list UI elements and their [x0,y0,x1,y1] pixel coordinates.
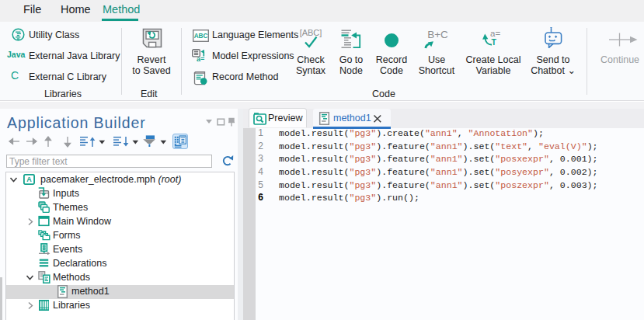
svg-text:ABC: ABC [194,33,208,40]
svg-text:T: T [492,37,497,47]
svg-text:a=: a= [197,55,204,62]
svg-text:a=: a= [490,29,500,38]
svg-text:A: A [26,176,32,183]
svg-text:B+C: B+C [427,29,448,40]
svg-text:[ABC]: [ABC] [300,28,322,37]
